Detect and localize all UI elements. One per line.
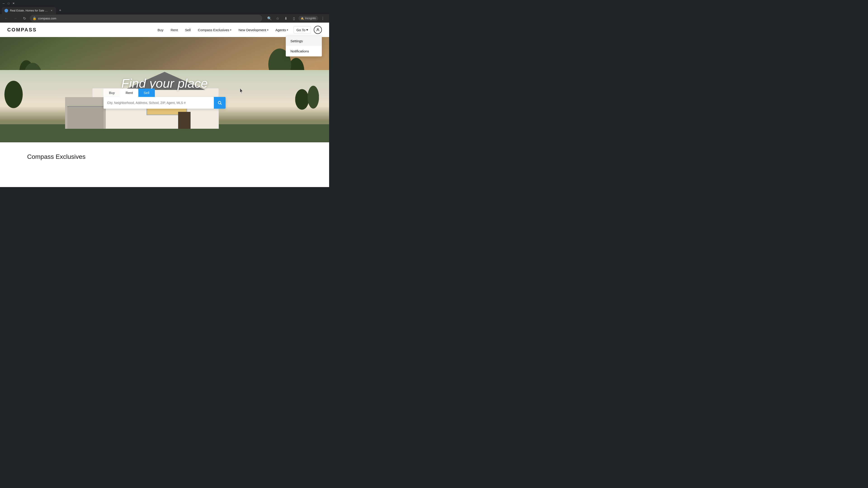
search-bar bbox=[103, 97, 225, 109]
garage-door bbox=[67, 106, 103, 129]
goto-label: Go To bbox=[296, 28, 305, 32]
svg-point-0 bbox=[317, 29, 318, 30]
back-button[interactable]: ← bbox=[3, 15, 10, 22]
nav-link-sell[interactable]: Sell bbox=[185, 28, 191, 32]
split-view-icon[interactable]: ▯ bbox=[290, 15, 298, 22]
site-nav-links: Buy Rent Sell Compass Exclusives ▾ New D… bbox=[158, 28, 288, 32]
incognito-label: Incognito bbox=[305, 17, 316, 20]
address-bar[interactable]: 🔒 compass.com bbox=[30, 15, 262, 22]
search-icon[interactable]: 🔍 bbox=[266, 15, 273, 22]
downloads-icon[interactable]: ⬇ bbox=[282, 15, 289, 22]
nav-link-rent[interactable]: Rent bbox=[170, 28, 178, 32]
incognito-icon: 🕵 bbox=[301, 17, 304, 20]
tab-favicon bbox=[4, 9, 8, 12]
user-account-button[interactable] bbox=[314, 26, 322, 34]
nav-bar: ← → ↻ 🔒 compass.com 🔍 ☆ ⬇ ▯ 🕵 Incognito … bbox=[0, 14, 329, 23]
search-button[interactable] bbox=[214, 97, 225, 109]
below-hero-section: Compass Exclusives bbox=[0, 142, 329, 187]
forward-button[interactable]: → bbox=[12, 15, 19, 22]
user-dropdown-menu: Settings Notifications bbox=[286, 36, 322, 57]
svg-point-1 bbox=[218, 101, 221, 104]
active-tab[interactable]: Real Estate, Homes for Sale & ... ✕ bbox=[2, 7, 56, 14]
hero-section: COMPASS Buy Rent Sell Compass Exclusives… bbox=[0, 23, 329, 142]
settings-menu-item[interactable]: Settings bbox=[286, 36, 322, 46]
nav-link-agents[interactable]: Agents ▾ bbox=[276, 28, 288, 32]
maximize-button[interactable]: □ bbox=[7, 2, 10, 5]
compass-exclusives-chevron: ▾ bbox=[230, 29, 231, 31]
search-tab-buy[interactable]: Buy bbox=[103, 89, 120, 97]
search-section: Buy Rent Sell bbox=[103, 89, 225, 109]
svg-line-2 bbox=[221, 103, 222, 105]
goto-button[interactable]: Go To ▾ bbox=[293, 26, 311, 33]
title-bar: ─ □ ✕ bbox=[0, 0, 329, 7]
house-door bbox=[178, 112, 191, 129]
search-tab-sell[interactable]: Sell bbox=[138, 89, 155, 97]
incognito-badge: 🕵 Incognito bbox=[298, 16, 318, 21]
url-text: compass.com bbox=[38, 17, 259, 20]
site-navbar: COMPASS Buy Rent Sell Compass Exclusives… bbox=[0, 23, 329, 37]
nav-link-buy[interactable]: Buy bbox=[158, 28, 163, 32]
nav-actions: 🔍 ☆ ⬇ ▯ 🕵 Incognito ⋮ bbox=[266, 15, 327, 22]
agents-chevron: ▾ bbox=[287, 29, 288, 31]
goto-chevron: ▾ bbox=[306, 28, 308, 32]
lock-icon: 🔒 bbox=[33, 17, 36, 20]
user-icon bbox=[316, 28, 320, 32]
bookmark-icon[interactable]: ☆ bbox=[274, 15, 281, 22]
tab-title: Real Estate, Homes for Sale & ... bbox=[10, 9, 48, 12]
garage bbox=[65, 97, 106, 129]
close-button[interactable]: ✕ bbox=[12, 2, 16, 5]
search-input[interactable] bbox=[103, 97, 214, 109]
nav-link-compass-exclusives[interactable]: Compass Exclusives ▾ bbox=[198, 28, 231, 32]
tab-close-button[interactable]: ✕ bbox=[50, 9, 53, 12]
notifications-menu-item[interactable]: Notifications bbox=[286, 46, 322, 56]
window-controls: ─ □ ✕ bbox=[2, 2, 16, 5]
menu-button[interactable]: ⋮ bbox=[319, 15, 327, 22]
tree-left-1 bbox=[0, 74, 27, 124]
website-content: COMPASS Buy Rent Sell Compass Exclusives… bbox=[0, 23, 329, 187]
tree-right-2 bbox=[304, 79, 322, 124]
search-tab-rent[interactable]: Rent bbox=[120, 89, 138, 97]
reload-button[interactable]: ↻ bbox=[21, 15, 28, 22]
minimize-button[interactable]: ─ bbox=[2, 2, 5, 5]
compass-exclusives-title: Compass Exclusives bbox=[27, 153, 302, 160]
search-magnifier-icon bbox=[217, 101, 222, 105]
site-logo: COMPASS bbox=[7, 27, 37, 33]
tabs-bar: Real Estate, Homes for Sale & ... ✕ + bbox=[0, 7, 329, 14]
browser-chrome: ─ □ ✕ Real Estate, Homes for Sale & ... … bbox=[0, 0, 329, 23]
nav-link-new-development[interactable]: New Development ▾ bbox=[239, 28, 268, 32]
new-tab-button[interactable]: + bbox=[57, 7, 63, 14]
new-development-chevron: ▾ bbox=[267, 29, 268, 31]
search-tabs: Buy Rent Sell bbox=[103, 89, 225, 97]
